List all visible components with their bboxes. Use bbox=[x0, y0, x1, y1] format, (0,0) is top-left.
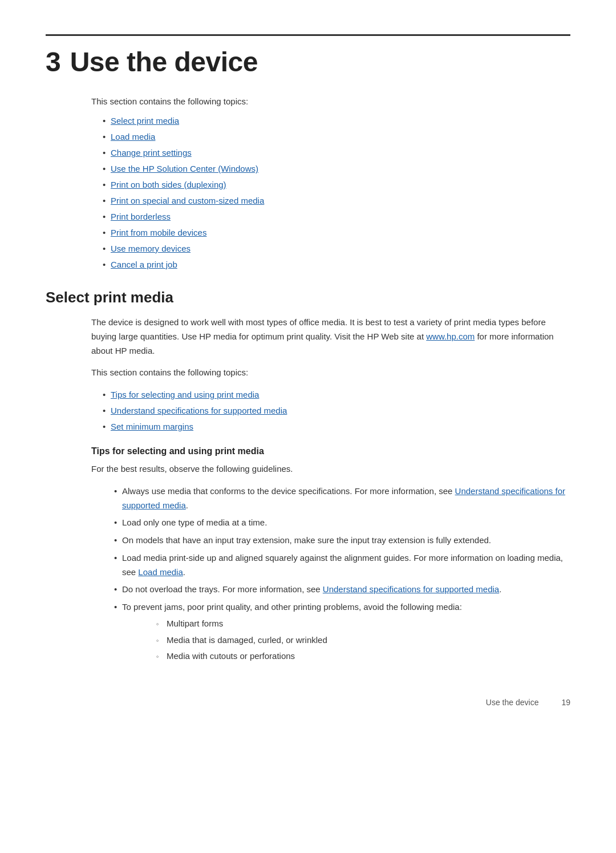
avoid-item-2: Media that is damaged, curled, or wrinkl… bbox=[156, 633, 570, 648]
toc-item-3: Change print settings bbox=[103, 146, 570, 160]
chapter-title: Use the device bbox=[70, 47, 258, 77]
toc-item-2: Load media bbox=[103, 130, 570, 144]
sub-link-item-2: Understand specifications for supported … bbox=[103, 404, 570, 418]
tips-bullet-6: To prevent jams, poor print quality, and… bbox=[114, 600, 570, 664]
tips-bullet-list: Always use media that conforms to the de… bbox=[114, 484, 570, 664]
toc-item-1: Select print media bbox=[103, 114, 570, 128]
toc-item-7: Print borderless bbox=[103, 210, 570, 224]
select-print-media-body1: The device is designed to work well with… bbox=[91, 316, 570, 358]
footer-label: Use the device bbox=[486, 698, 539, 707]
tips-bullet-1: Always use media that conforms to the de… bbox=[114, 484, 570, 513]
sub-link-1[interactable]: Tips for selecting and using print media bbox=[111, 390, 259, 399]
sub-link-item-1: Tips for selecting and using print media bbox=[103, 388, 570, 402]
toc-link-5[interactable]: Print on both sides (duplexing) bbox=[111, 180, 226, 189]
avoid-item-3: Media with cutouts or perforations bbox=[156, 649, 570, 664]
toc-link-10[interactable]: Cancel a print job bbox=[111, 260, 177, 269]
footer-page-number: 19 bbox=[561, 698, 570, 707]
hp-website-link[interactable]: www.hp.com bbox=[426, 332, 475, 341]
page-footer: Use the device 19 bbox=[46, 698, 570, 707]
avoid-media-list: Multipart forms Media that is damaged, c… bbox=[156, 617, 570, 664]
toc-item-10: Cancel a print job bbox=[103, 258, 570, 272]
tips-link-1[interactable]: Understand specifications for supported … bbox=[122, 486, 565, 510]
toc-link-4[interactable]: Use the HP Solution Center (Windows) bbox=[111, 164, 258, 173]
tips-link-2[interactable]: Load media bbox=[138, 567, 183, 577]
avoid-item-1: Multipart forms bbox=[156, 617, 570, 631]
toc-item-8: Print from mobile devices bbox=[103, 226, 570, 240]
select-print-media-sublist: Tips for selecting and using print media… bbox=[103, 388, 570, 434]
sub-link-2[interactable]: Understand specifications for supported … bbox=[111, 406, 287, 415]
toc-item-5: Print on both sides (duplexing) bbox=[103, 178, 570, 192]
toc-link-9[interactable]: Use memory devices bbox=[111, 244, 191, 253]
toc-item-9: Use memory devices bbox=[103, 242, 570, 256]
intro-text: This section contains the following topi… bbox=[91, 95, 570, 108]
toc-link-3[interactable]: Change print settings bbox=[111, 148, 192, 157]
select-print-media-body2: This section contains the following topi… bbox=[91, 366, 570, 380]
tips-bullet-3: On models that have an input tray extens… bbox=[114, 533, 570, 548]
select-print-media-heading: Select print media bbox=[46, 289, 570, 306]
toc-item-6: Print on special and custom-sized media bbox=[103, 194, 570, 208]
chapter-number: 3 bbox=[46, 47, 61, 77]
sub-link-3[interactable]: Set minimum margins bbox=[111, 422, 193, 431]
toc-item-4: Use the HP Solution Center (Windows) bbox=[103, 162, 570, 176]
tips-bullet-4: Load media print-side up and aligned squ… bbox=[114, 551, 570, 580]
toc-link-1[interactable]: Select print media bbox=[111, 116, 179, 126]
chapter-header: 3Use the device bbox=[46, 34, 570, 78]
toc-link-7[interactable]: Print borderless bbox=[111, 212, 171, 221]
tips-subsection-heading: Tips for selecting and using print media bbox=[91, 446, 570, 456]
tips-intro: For the best results, observe the follow… bbox=[91, 462, 570, 476]
tips-link-3[interactable]: Understand specifications for supported … bbox=[323, 584, 499, 594]
tips-bullet-5: Do not overload the trays. For more info… bbox=[114, 583, 570, 597]
toc-link-6[interactable]: Print on special and custom-sized media bbox=[111, 196, 264, 205]
toc-link-2[interactable]: Load media bbox=[111, 132, 155, 142]
sub-link-item-3: Set minimum margins bbox=[103, 420, 570, 434]
toc-link-8[interactable]: Print from mobile devices bbox=[111, 228, 206, 237]
toc-list: Select print media Load media Change pri… bbox=[103, 114, 570, 272]
tips-bullet-2: Load only one type of media at a time. bbox=[114, 516, 570, 530]
